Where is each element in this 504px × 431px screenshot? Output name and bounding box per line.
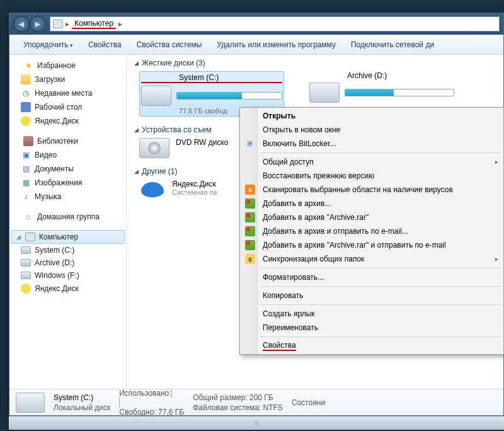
sidebar-item-yandex-disk[interactable]: Яндекс.Диск	[9, 114, 126, 128]
ctx-add-to-archive[interactable]: Добавить в архив...	[241, 197, 502, 210]
usage-bar	[345, 89, 454, 96]
sidebar-item-drive-c[interactable]: System (C:)	[9, 244, 126, 256]
sidebar-item-label: Музыка	[35, 192, 61, 201]
expand-icon: ◢	[15, 234, 21, 240]
desktop-icon	[21, 102, 31, 112]
ctx-share[interactable]: Общий доступ	[241, 155, 502, 169]
sidebar-item-drive-d[interactable]: Archive (D:)	[9, 256, 126, 269]
ctx-archive-and-email[interactable]: Добавить в архив и отправить по e-mail..…	[241, 224, 502, 238]
address-bar[interactable]: ▸ Компьютер ▸	[50, 16, 500, 32]
separator	[260, 268, 501, 268]
section-hard-drives[interactable]: ◢Жесткие диски (3)	[133, 59, 497, 67]
taskbar[interactable]: ⫴	[9, 416, 504, 430]
sidebar-item-recent[interactable]: ◷Недавние места	[9, 86, 126, 100]
breadcrumb-computer[interactable]: Компьютер	[72, 19, 116, 29]
status-used-label: Использовано:	[119, 389, 171, 398]
status-total-value: 200 ГБ	[249, 393, 273, 402]
sidebar-favorites[interactable]: ★Избранное	[9, 59, 126, 72]
libraries-icon	[23, 136, 33, 146]
separator	[260, 152, 501, 153]
ctx-archive-rar-and-email[interactable]: Добавить в архив "Archive.rar" и отправи…	[241, 238, 502, 252]
sidebar-item-label: Компьютер	[39, 233, 78, 241]
section-title: Устройства со съем	[142, 125, 212, 134]
collapse-icon: ◢	[133, 60, 139, 66]
chevron-right-icon[interactable]: ▸	[66, 20, 69, 28]
ctx-format[interactable]: Форматировать...	[241, 270, 502, 284]
properties-button[interactable]: Свойства	[82, 38, 128, 52]
sidebar-item-music[interactable]: ♪Музыка	[9, 190, 126, 204]
dvd-drive-icon	[139, 138, 169, 158]
music-icon: ♪	[21, 192, 31, 202]
status-total-label: Общий размер:	[193, 393, 247, 402]
system-properties-button[interactable]: Свойства системы	[130, 38, 209, 52]
sidebar-item-label: Загрузки	[35, 75, 65, 84]
status-bar: System (C:) Локальный диск Использовано:…	[9, 389, 503, 415]
computer-icon	[53, 20, 63, 28]
ctx-create-shortcut[interactable]: Создать ярлык	[241, 307, 502, 321]
archive-icon	[245, 212, 255, 222]
sidebar-item-label: Домашняя группа	[37, 212, 100, 221]
sidebar-item-label: Видео	[35, 151, 57, 159]
nav-buttons: ◄ ►	[13, 16, 46, 32]
drive-name: Archive (D:)	[309, 71, 454, 80]
shield-icon: ⛨	[245, 139, 255, 149]
status-fs-value: NTFS	[263, 403, 283, 412]
sidebar-item-desktop[interactable]: Рабочий стол	[9, 100, 126, 114]
map-drive-button[interactable]: Подключить сетевой ди	[345, 38, 440, 52]
back-button[interactable]: ◄	[13, 16, 30, 32]
status-fs-label: Файловая система:	[193, 403, 261, 412]
ctx-scan-virus[interactable]: aСканировать выбранные области на наличи…	[241, 183, 502, 197]
sidebar-item-label: Библиотеки	[37, 137, 78, 146]
ctx-bitlocker[interactable]: ⛨Включить BitLocker...	[241, 137, 502, 151]
video-icon: ▣	[21, 150, 31, 160]
status-state-label: Состояни	[292, 398, 325, 407]
sidebar-item-label: System (C:)	[35, 246, 74, 255]
section-title: Другие (1)	[142, 167, 177, 176]
sidebar-computer[interactable]: ◢Компьютер	[11, 230, 125, 244]
yandex-disk-icon	[21, 284, 31, 294]
sidebar-item-label: Windows (F:)	[35, 271, 79, 280]
sidebar-item-label: Яндекс.Диск	[35, 284, 79, 293]
ctx-add-to-archive-rar[interactable]: Добавить в архив "Archive.rar"	[241, 210, 502, 224]
sidebar-item-downloads[interactable]: Загрузки	[9, 72, 126, 86]
sidebar-homegroup[interactable]: ⌂Домашняя группа	[9, 210, 126, 224]
ctx-properties[interactable]: Свойства	[241, 339, 502, 353]
separator	[260, 286, 501, 287]
ctx-restore-previous[interactable]: Восстановить прежнюю версию	[241, 169, 502, 183]
ctx-copy[interactable]: Копировать	[241, 289, 502, 302]
sync-icon: s	[245, 254, 255, 264]
sidebar-item-label: Избранное	[37, 61, 76, 70]
hard-drive-icon	[309, 83, 340, 103]
sidebar-item-label: Недавние места	[35, 89, 92, 98]
ctx-sync-folders[interactable]: sСинхронизация общих папок	[241, 252, 502, 266]
separator	[260, 304, 501, 305]
drive-name: DVD RW диско	[176, 138, 229, 147]
drive-name: Яндекс.Диск	[172, 180, 217, 188]
collapse-icon: ◢	[133, 127, 139, 133]
sidebar-libraries[interactable]: Библиотеки	[9, 134, 126, 148]
computer-icon	[25, 233, 35, 241]
recent-icon: ◷	[21, 88, 31, 98]
ctx-open[interactable]: Открыть	[241, 109, 502, 123]
ctx-open-new-window[interactable]: Открыть в новом окне	[241, 123, 502, 137]
drive-subtitle: Системная па	[172, 188, 217, 196]
sidebar-item-label: Изображения	[35, 178, 82, 187]
chevron-right-icon[interactable]: ▸	[118, 20, 122, 28]
sidebar: ★Избранное Загрузки ◷Недавние места Рабо…	[9, 55, 127, 389]
image-icon: ▦	[21, 178, 31, 188]
sidebar-item-drive-yandex[interactable]: Яндекс.Диск	[9, 282, 126, 296]
sidebar-item-videos[interactable]: ▣Видео	[9, 148, 126, 162]
sidebar-item-pictures[interactable]: ▦Изображения	[9, 176, 126, 190]
status-drive-name: System (C:)	[54, 393, 110, 402]
sidebar-item-documents[interactable]: ▤Документы	[9, 162, 126, 176]
organize-button[interactable]: Упорядочить	[17, 38, 79, 52]
homegroup-icon: ⌂	[23, 212, 33, 222]
cloud-icon	[139, 180, 166, 200]
uninstall-button[interactable]: Удалить или изменить программу	[210, 38, 342, 52]
nav-bar: ◄ ► ▸ Компьютер ▸	[9, 13, 503, 35]
sidebar-item-drive-f[interactable]: Windows (F:)	[9, 269, 126, 282]
hard-drive-icon	[141, 86, 171, 106]
forward-button[interactable]: ►	[30, 16, 46, 32]
ctx-rename[interactable]: Переименовать	[241, 321, 502, 335]
archive-icon	[245, 240, 255, 250]
